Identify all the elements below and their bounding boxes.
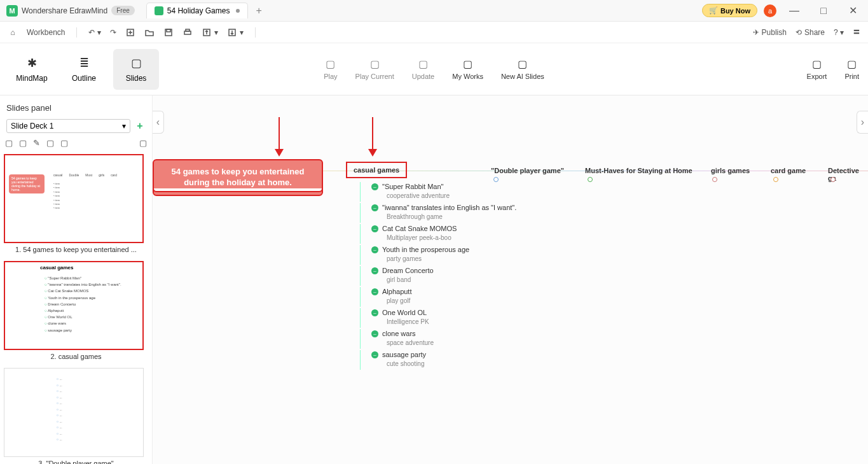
tree-node[interactable]: –One World OLIntelligence PK — [354, 308, 621, 328]
document-tab[interactable]: 54 Holiday Games — [146, 3, 249, 18]
doc-icon — [155, 6, 163, 15]
print-button[interactable] — [183, 27, 193, 38]
collapse-icon[interactable]: – — [371, 330, 378, 337]
new-ai-slides-button[interactable]: ▢New AI Slides — [501, 58, 544, 80]
tree-node[interactable]: –Alphaputtplay golf — [354, 287, 621, 307]
undo-button[interactable]: ↶ ▾ — [88, 28, 100, 37]
home-button[interactable]: ⌂ — [8, 27, 18, 38]
category-musthaves[interactable]: Must-Haves for Staying at Home — [585, 167, 692, 174]
chevron-down-icon: ▾ — [122, 122, 126, 130]
collapse-icon[interactable]: – — [371, 267, 378, 274]
publish-label: Publish — [762, 28, 787, 37]
tree-node[interactable]: –clone warsspace adventure — [354, 329, 621, 349]
casual-tree: –"Super Rabbit Man"cooperative adventure… — [354, 182, 621, 371]
menu-button[interactable]: 〓 — [853, 27, 860, 38]
export-label: Export — [807, 73, 827, 80]
node-name: Youth in the prosperous age — [382, 246, 469, 253]
category-double[interactable]: "Double player game" — [491, 167, 564, 174]
tree-node[interactable]: –Cat Cat Snake MOMOSMultiplayer peek-a-b… — [354, 224, 621, 244]
collapse-icon[interactable]: – — [371, 183, 378, 190]
slides-tools: ▢ ▢ ✎ ▢ ▢ ▢ — [4, 136, 148, 154]
tree-node[interactable]: –"iwanna" translates into English as "I … — [354, 203, 621, 223]
new-button[interactable] — [125, 27, 135, 38]
play-label: Play — [324, 73, 337, 80]
free-badge: Free — [111, 6, 135, 15]
view-tabs: ✱MindMap ≣Outline ▢Slides ▢Play ▢Play Cu… — [0, 43, 868, 95]
slide-thumb-1[interactable]: 54 games to keep you entertained during … — [4, 154, 148, 256]
my-works-button[interactable]: ▢My Works — [452, 58, 483, 80]
tree-node[interactable]: –Dream Concertogirl band — [354, 266, 621, 286]
tab-slides[interactable]: ▢Slides — [113, 49, 159, 90]
node-sub: play golf — [371, 296, 621, 307]
share-button[interactable]: ⟲ Share — [796, 28, 825, 37]
new-tab-button[interactable]: + — [256, 5, 261, 17]
titlebar: M Wondershare EdrawMind Free 54 Holiday … — [0, 0, 868, 22]
tab-outline-label: Outline — [72, 74, 96, 83]
tab-title: 54 Holiday Games — [167, 6, 230, 15]
open-button[interactable] — [144, 27, 155, 38]
tab-outline[interactable]: ≣Outline — [61, 49, 107, 90]
collapse-icon[interactable]: – — [371, 288, 378, 295]
tool-2[interactable]: ▢ — [19, 138, 27, 148]
tool-4[interactable]: ▢ — [46, 138, 54, 148]
close-button[interactable]: ✕ — [841, 2, 864, 20]
maximize-button[interactable]: □ — [812, 2, 835, 20]
publish-button[interactable]: ✈ Publish — [753, 28, 787, 37]
add-deck-button[interactable]: + — [134, 120, 146, 132]
app-brand: M Wondershare EdrawMind Free — [0, 5, 141, 17]
buy-now-button[interactable]: 🛒 Buy Now — [702, 4, 757, 17]
tree-node[interactable]: –"Super Rabbit Man"cooperative adventure — [354, 182, 621, 202]
node-name: Dream Concerto — [382, 267, 434, 274]
tree-node[interactable]: –Youth in the prosperous ageparty games — [354, 245, 621, 265]
tool-1[interactable]: ▢ — [5, 138, 13, 148]
slide-thumb-3[interactable]: ................................. 3. "Do… — [4, 368, 148, 464]
save-icon — [163, 27, 174, 38]
app-name: Wondershare EdrawMind — [22, 6, 107, 15]
export-button[interactable]: ▾ — [202, 27, 218, 38]
help-button[interactable]: ? ▾ — [834, 28, 844, 37]
category-girls[interactable]: girls games — [711, 167, 750, 174]
update-button[interactable]: ▢Update — [412, 58, 434, 80]
tool-3[interactable]: ✎ — [33, 138, 40, 148]
collapse-left-button[interactable]: ‹ — [153, 111, 164, 134]
share-icon: ⟲ — [796, 28, 802, 37]
collapse-icon[interactable]: – — [371, 246, 378, 253]
collapse-icon[interactable]: – — [371, 309, 378, 316]
dot-detective — [830, 177, 836, 182]
canvas[interactable]: ‹ › 54 games to keep you entertained dur… — [153, 95, 868, 464]
thumb2-title: casual games — [40, 265, 73, 271]
dot-card — [773, 177, 778, 182]
collapse-icon[interactable]: – — [371, 204, 378, 211]
export-slides-button[interactable]: ▢Export — [807, 58, 827, 80]
tree-node[interactable]: –sausage partycute shooting — [354, 350, 621, 370]
workbench-button[interactable]: Workbench — [27, 28, 65, 37]
share-label: Share — [804, 28, 825, 37]
collapse-icon[interactable]: – — [371, 225, 378, 232]
redo-button[interactable]: ↷ — [110, 28, 116, 37]
play-current-button[interactable]: ▢Play Current — [355, 58, 394, 80]
slide-thumb-2[interactable]: casual games "Super Rabbit Man""iwanna" … — [4, 261, 148, 363]
save-button[interactable] — [163, 27, 174, 38]
collapse-icon[interactable]: – — [371, 351, 378, 358]
minimize-button[interactable]: — — [783, 2, 806, 20]
node-sub: space adventure — [371, 338, 621, 349]
tool-present[interactable]: ▢ — [139, 138, 147, 148]
export-icon — [202, 27, 212, 38]
node-name: "iwanna" translates into English as "I w… — [382, 204, 516, 211]
play-button[interactable]: ▢Play — [324, 58, 337, 80]
import-icon — [227, 27, 237, 38]
tool-5[interactable]: ▢ — [60, 138, 68, 148]
avatar[interactable]: a — [764, 4, 776, 17]
slides-icon: ▢ — [131, 56, 142, 70]
ai-slides-icon: ▢ — [518, 58, 527, 70]
deck-select[interactable]: Slide Deck 1▾ — [6, 119, 130, 133]
print-slides-button[interactable]: ▢Print — [844, 58, 859, 80]
category-casual[interactable]: casual games — [346, 162, 407, 178]
category-card[interactable]: card game — [771, 167, 806, 174]
root-node-foot — [153, 188, 323, 192]
node-name: Cat Cat Snake MOMOS — [382, 225, 457, 232]
tab-mindmap[interactable]: ✱MindMap — [9, 49, 55, 90]
import-button[interactable]: ▾ — [227, 27, 244, 38]
collapse-right-button[interactable]: › — [857, 111, 868, 134]
node-name: sausage party — [382, 351, 426, 358]
